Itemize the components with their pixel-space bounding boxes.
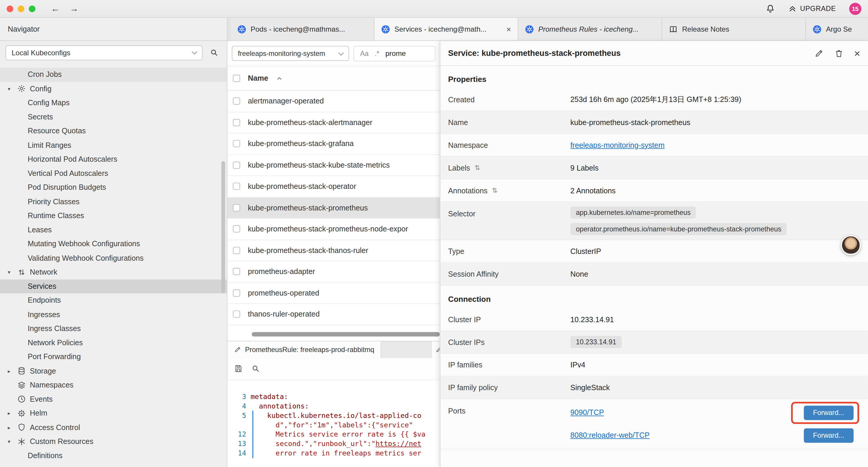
- table-row-thanos-ruler-operated[interactable]: thanos-ruler-operated: [227, 304, 440, 325]
- select-all-checkbox[interactable]: [233, 75, 240, 82]
- sidebar-item-mutating-webhook-configurations[interactable]: Mutating Webhook Configurations: [0, 237, 227, 251]
- table-row-kube-prometheus-stack-prometheus[interactable]: kube-prometheus-stack-prometheus: [227, 198, 440, 219]
- tree-caret-icon[interactable]: ▾: [8, 438, 17, 444]
- back-button[interactable]: ←: [51, 4, 60, 13]
- sidebar-item-limit-ranges[interactable]: Limit Ranges: [0, 138, 227, 152]
- sidebar-item-vertical-pod-autoscalers[interactable]: Vertical Pod Autoscalers: [0, 167, 227, 181]
- forward-button[interactable]: Forward...: [804, 428, 854, 442]
- tree-caret-icon[interactable]: ▸: [8, 425, 17, 431]
- window-close-button[interactable]: [6, 5, 13, 12]
- row-checkbox[interactable]: [233, 204, 240, 211]
- kubeconfig-select[interactable]: Local Kubeconfigs: [6, 45, 203, 60]
- tab-argo-se[interactable]: Argo Se: [806, 18, 868, 40]
- namespace-link[interactable]: freeleaps-monitoring-system: [570, 141, 665, 149]
- upgrade-button[interactable]: UPGRADE: [788, 4, 836, 13]
- sidebar-scrollbar[interactable]: [221, 161, 225, 293]
- sidebar-item-runtime-classes[interactable]: Runtime Classes: [0, 209, 227, 223]
- sidebar-search-button[interactable]: [207, 46, 221, 60]
- forward-button[interactable]: →: [70, 4, 79, 13]
- sidebar-item-access-control[interactable]: ▸Access Control: [0, 420, 227, 435]
- table-row-kube-prometheus-stack-alertmanager[interactable]: kube-prometheus-stack-alertmanager: [227, 112, 440, 133]
- tree-caret-icon[interactable]: ▸: [8, 368, 17, 374]
- match-case-toggle[interactable]: Aa: [360, 50, 369, 57]
- table-row-prometheus-adapter[interactable]: prometheus-adapter: [227, 261, 440, 283]
- sidebar-item-label: Limit Ranges: [28, 141, 71, 149]
- column-header-name[interactable]: Name: [248, 74, 268, 83]
- sidebar-item-priority-classes[interactable]: Priority Classes: [0, 195, 227, 209]
- sidebar-item-definitions[interactable]: Definitions: [0, 449, 227, 463]
- row-checkbox[interactable]: [233, 183, 240, 190]
- sidebar-item-endpoints[interactable]: Endpoints: [0, 293, 227, 308]
- notification-count-badge[interactable]: 15: [849, 2, 861, 14]
- window-zoom-button[interactable]: [29, 5, 35, 12]
- tree-caret-icon[interactable]: ▾: [8, 86, 17, 92]
- sidebar-item-resource-quotas[interactable]: Resource Quotas: [0, 124, 227, 138]
- table-row-kube-prometheus-stack-grafana[interactable]: kube-prometheus-stack-grafana: [227, 133, 440, 154]
- sidebar-item-network-policies[interactable]: Network Policies: [0, 336, 227, 350]
- close-icon[interactable]: ×: [506, 25, 511, 33]
- table-row-kube-prometheus-stack-operator[interactable]: kube-prometheus-stack-operator: [227, 176, 440, 197]
- sort-toggle-icon[interactable]: ⇅: [474, 164, 480, 171]
- row-checkbox[interactable]: [233, 311, 240, 318]
- tab-services-icecheng-math[interactable]: Services - icecheng@math...×: [375, 18, 519, 40]
- row-checkbox[interactable]: [233, 162, 240, 169]
- port-link[interactable]: 9090/TCP: [570, 408, 604, 417]
- sidebar-item-config-maps[interactable]: Config Maps: [0, 96, 227, 110]
- sidebar-item-leases[interactable]: Leases: [0, 223, 227, 237]
- kubernetes-icon: [237, 25, 246, 33]
- dock-tab-partial[interactable]: [431, 341, 440, 358]
- close-icon[interactable]: ×: [854, 48, 860, 59]
- sort-ascending-icon[interactable]: [276, 75, 282, 82]
- sidebar-item-events[interactable]: Events: [0, 392, 227, 406]
- row-checkbox[interactable]: [233, 289, 240, 296]
- sidebar-item-custom-resources[interactable]: ▾Custom Resources: [0, 435, 227, 449]
- sidebar-item-horizontal-pod-autoscalers[interactable]: Horizontal Pod Autoscalers: [0, 152, 227, 167]
- edit-pencil-icon[interactable]: [814, 49, 824, 58]
- row-checkbox[interactable]: [233, 140, 240, 147]
- sidebar-item-config[interactable]: ▾Config: [0, 82, 227, 96]
- floating-avatar[interactable]: [841, 235, 861, 255]
- forward-button[interactable]: Forward...: [804, 406, 854, 420]
- row-checkbox[interactable]: [233, 226, 240, 233]
- tab-pods-icecheng-mathmas[interactable]: Pods - icecheng@mathmas...: [231, 18, 375, 40]
- table-row-prometheus-operated[interactable]: prometheus-operated: [227, 283, 440, 304]
- sidebar-item-port-forwarding[interactable]: Port Forwarding: [0, 350, 227, 364]
- save-icon[interactable]: [234, 364, 243, 373]
- tree-caret-icon[interactable]: ▾: [8, 269, 17, 275]
- row-checkbox[interactable]: [233, 268, 240, 275]
- regex-toggle[interactable]: .*: [375, 50, 379, 57]
- tab-release-notes[interactable]: Release Notes: [662, 18, 806, 40]
- sidebar-item-secrets[interactable]: Secrets: [0, 110, 227, 124]
- sidebar-item-helm[interactable]: ▸Helm: [0, 406, 227, 420]
- table-horizontal-scrollbar[interactable]: [252, 332, 440, 337]
- search-input[interactable]: Aa .* prome: [354, 46, 435, 61]
- tab-prometheus-rules-icecheng[interactable]: Prometheus Rules - icecheng...: [519, 18, 662, 40]
- table-row-kube-prometheus-stack-thanos-ruler[interactable]: kube-prometheus-stack-thanos-ruler: [227, 240, 440, 261]
- dock-tab-prometheusrule[interactable]: PrometheusRule: freeleaps-prod-rabbitmq: [227, 341, 381, 358]
- sidebar-item-services[interactable]: Services: [0, 279, 227, 293]
- sidebar-item-pod-disruption-budgets[interactable]: Pod Disruption Budgets: [0, 180, 227, 195]
- table-row-kube-prometheus-stack-kube-state-metrics[interactable]: kube-prometheus-stack-kube-state-metrics: [227, 154, 440, 176]
- row-checkbox[interactable]: [233, 119, 240, 126]
- row-checkbox[interactable]: [233, 247, 240, 254]
- yaml-editor[interactable]: 3metadata:4 annotations:5 kubectl.kubern…: [227, 380, 440, 467]
- sidebar-item-namespaces[interactable]: Namespaces: [0, 378, 227, 392]
- sidebar-item-cron-jobs[interactable]: Cron Jobs: [0, 67, 227, 82]
- port-link[interactable]: 8080:reloader-web/TCP: [570, 431, 650, 439]
- window-minimize-button[interactable]: [18, 5, 24, 12]
- sidebar-item-storage[interactable]: ▸Storage: [0, 364, 227, 378]
- trash-icon[interactable]: [834, 49, 844, 58]
- scrollbar-thumb[interactable]: [252, 332, 440, 337]
- sidebar-item-validating-webhook-configurations[interactable]: Validating Webhook Configurations: [0, 251, 227, 265]
- tree-caret-icon[interactable]: ▸: [8, 410, 17, 416]
- sidebar-item-ingress-classes[interactable]: Ingress Classes: [0, 322, 227, 336]
- table-row-kube-prometheus-stack-prometheus-node-ex[interactable]: kube-prometheus-stack-prometheus-node-ex…: [227, 219, 440, 240]
- row-checkbox[interactable]: [233, 97, 240, 105]
- search-icon[interactable]: [251, 364, 260, 373]
- notifications-bell-icon[interactable]: [766, 4, 775, 13]
- sidebar-item-network[interactable]: ▾Network: [0, 265, 227, 279]
- sidebar-item-ingresses[interactable]: Ingresses: [0, 308, 227, 322]
- sort-toggle-icon[interactable]: ⇅: [492, 186, 498, 194]
- namespace-filter-select[interactable]: freeleaps-monitoring-system: [232, 46, 349, 61]
- table-row-alertmanager-operated[interactable]: alertmanager-operated: [227, 91, 440, 112]
